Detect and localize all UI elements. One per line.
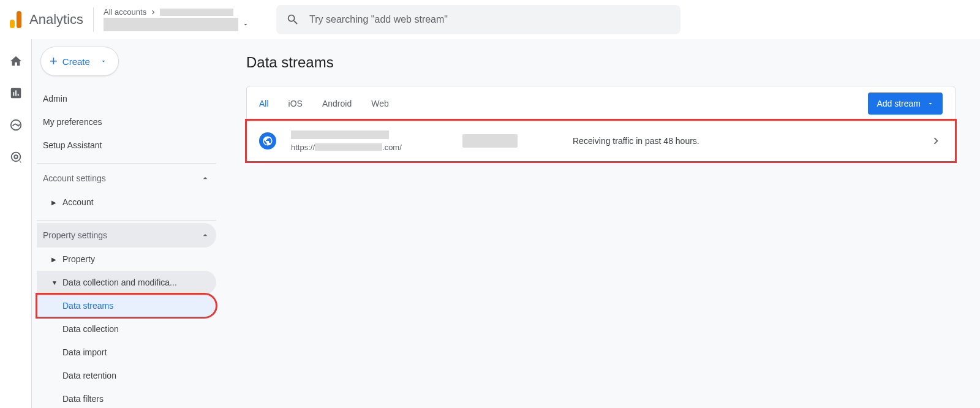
tab-ios[interactable]: iOS <box>288 86 303 121</box>
nav-data-collection-mod[interactable]: ▼ Data collection and modifica... <box>37 271 216 294</box>
caret-right-icon: ▶ <box>51 199 58 206</box>
add-stream-button[interactable]: Add stream <box>868 93 943 115</box>
create-label: Create <box>62 56 90 67</box>
stream-name-redacted <box>291 130 389 139</box>
panel-tabs: All iOS Android Web Add stream <box>247 86 955 121</box>
property-name-redacted <box>104 18 238 31</box>
caret-down-icon <box>242 21 249 28</box>
account-switcher[interactable]: All accounts <box>94 7 259 31</box>
icon-rail <box>0 39 32 408</box>
account-name-redacted <box>160 9 233 16</box>
streams-panel: All iOS Android Web Add stream <box>246 86 956 162</box>
nav-data-import[interactable]: Data import <box>37 341 216 364</box>
caret-down-icon: ▼ <box>51 279 58 286</box>
nav-data-filters[interactable]: Data filters <box>37 387 216 408</box>
svg-point-1 <box>11 153 20 162</box>
chevron-up-icon <box>200 230 210 240</box>
divider <box>37 163 216 164</box>
logo-block[interactable]: Analytics <box>10 7 94 32</box>
explore-icon[interactable] <box>9 118 23 132</box>
all-accounts-label: All accounts <box>104 7 146 17</box>
chevron-right-icon <box>929 134 943 148</box>
nav-my-preferences[interactable]: My preferences <box>37 110 216 134</box>
nav-account-settings[interactable]: Account settings <box>37 166 216 191</box>
stream-id-redacted <box>462 134 518 148</box>
create-button[interactable]: + Create <box>40 47 119 76</box>
home-icon[interactable] <box>9 54 23 69</box>
advertising-icon[interactable] <box>9 149 23 164</box>
search-icon <box>286 13 300 26</box>
search-placeholder: Try searching "add web stream" <box>309 14 448 25</box>
nav-property-settings[interactable]: Property settings <box>37 223 216 247</box>
nav-admin[interactable]: Admin <box>37 87 216 110</box>
main-content: Data streams All iOS Android Web Add str… <box>222 39 980 408</box>
nav-data-retention[interactable]: Data retention <box>37 364 216 387</box>
caret-right-icon: ▶ <box>51 256 58 263</box>
nav-setup-assistant[interactable]: Setup Assistant <box>37 134 216 157</box>
web-stream-icon <box>259 132 276 149</box>
tab-android[interactable]: Android <box>322 86 352 121</box>
stream-status: Receiving traffic in past 48 hours. <box>573 136 929 146</box>
stream-row[interactable]: https://.com/ Receiving traffic in past … <box>247 121 955 161</box>
stream-name-col: https://.com/ <box>291 130 462 152</box>
admin-sidebar: + Create Admin My preferences Setup Assi… <box>32 39 222 408</box>
nav-property[interactable]: ▶ Property <box>37 247 216 271</box>
app-header: Analytics All accounts Try searching "a <box>0 0 980 39</box>
reports-icon[interactable] <box>9 86 23 100</box>
caret-down-icon <box>100 58 107 65</box>
stream-id-col <box>462 134 573 148</box>
divider <box>37 220 216 221</box>
app-name: Analytics <box>29 12 83 28</box>
tab-all[interactable]: All <box>259 86 269 121</box>
plus-icon: + <box>50 53 58 69</box>
tab-web[interactable]: Web <box>371 86 389 121</box>
chevron-up-icon <box>200 173 210 183</box>
analytics-logo-icon <box>10 11 24 28</box>
page-title: Data streams <box>246 54 956 71</box>
nav-account[interactable]: ▶ Account <box>37 191 216 214</box>
stream-url: https://.com/ <box>291 143 462 152</box>
chevron-right-icon <box>149 8 157 17</box>
caret-down-icon <box>927 100 934 107</box>
svg-point-2 <box>14 155 18 159</box>
search-box[interactable]: Try searching "add web stream" <box>276 5 680 34</box>
nav-data-collection[interactable]: Data collection <box>37 317 216 341</box>
url-redacted <box>315 143 382 151</box>
nav-data-streams[interactable]: Data streams <box>37 294 216 317</box>
